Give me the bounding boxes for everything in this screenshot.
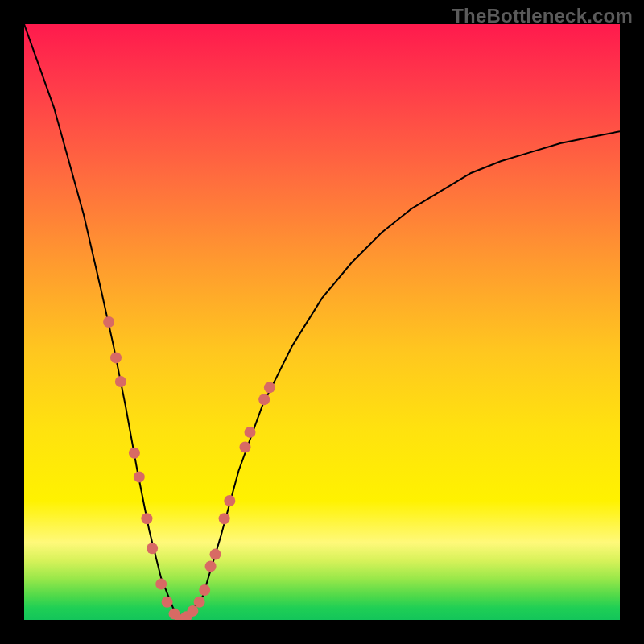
data-marker xyxy=(205,560,217,572)
data-marker xyxy=(141,513,152,524)
data-marker xyxy=(162,597,173,608)
data-marker xyxy=(224,495,235,506)
data-marker xyxy=(258,394,270,405)
data-marker xyxy=(219,513,230,524)
data-marker xyxy=(199,584,210,596)
data-marker xyxy=(103,316,114,328)
data-marker xyxy=(155,579,167,590)
data-marker xyxy=(115,376,126,387)
chart-plot-area xyxy=(24,24,620,620)
data-marker xyxy=(240,441,251,452)
data-marker xyxy=(264,382,275,393)
data-marker xyxy=(147,543,158,554)
data-marker xyxy=(129,448,140,459)
data-marker xyxy=(210,549,221,560)
data-marker xyxy=(194,597,205,608)
chart-svg xyxy=(24,24,620,620)
data-marker xyxy=(245,427,256,438)
watermark-text: TheBottleneck.com xyxy=(452,5,633,27)
data-marker xyxy=(110,352,122,363)
data-marker xyxy=(187,605,198,617)
data-marker xyxy=(134,471,145,482)
marker-group xyxy=(103,316,275,620)
